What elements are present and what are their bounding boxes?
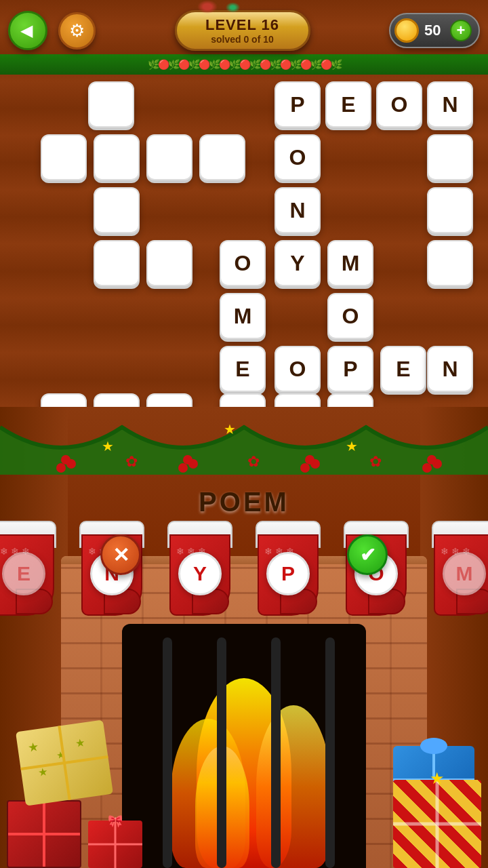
stockings-row: ❄ ❄ ❄ E ❄ ❄ ❄ N ❄ ❄ ❄ [0,521,488,616]
fire-bar-1 [163,637,172,868]
stocking-letter-m: M [443,552,486,595]
gifts-left: ★ ★ ★ ★ 🎀 [0,719,149,868]
stocking-letter-y: Y [178,552,222,595]
flame-right [256,705,331,868]
fire-opening [122,624,366,868]
stocking-e[interactable]: ❄ ❄ ❄ E [0,521,61,616]
svg-text:✿: ✿ [247,453,260,470]
stocking-shape-m: ❄ ❄ ❄ M [427,521,488,616]
cell-r1c1[interactable] [41,134,87,180]
gift-red-big [7,800,81,868]
level-badge: LEVEL 16 solved 0 of 10 [175,10,310,51]
gift-ribbon-h [8,833,80,835]
svg-text:★: ★ [346,439,358,454]
svg-text:✿: ✿ [369,453,382,470]
svg-point-11 [427,455,436,465]
cell-r5c4[interactable]: E [220,346,266,392]
cell-r1c5[interactable]: O [274,134,321,180]
crossword-grid: P E O N O N O Y M M O E O P E N N [41,81,447,400]
gift-rs-ribbon-h [88,844,142,846]
cell-r3c2[interactable] [94,240,140,286]
svg-text:★: ★ [224,422,236,437]
cell-r3c3[interactable] [146,240,192,286]
svg-point-2 [61,455,70,465]
cell-r0c2[interactable] [88,81,134,127]
svg-point-0 [56,463,66,473]
stocking-body-e: ❄ ❄ ❄ E [0,534,54,616]
garland-svg: ★ ★ ★ ✿ ✿ ✿ [0,414,488,475]
level-sub: solved 0 of 10 [196,34,289,45]
stocking-shape-y: ❄ ❄ ❄ Y [163,521,237,616]
level-title: LEVEL 16 [196,16,289,34]
crossword-area: P E O N O N O Y M M O E O P E N N [0,75,488,407]
cell-r3c4[interactable]: O [220,240,266,286]
cell-r5c5[interactable]: O [274,346,321,392]
cell-r2c8[interactable] [427,187,473,233]
coin-bar: 50 + [389,13,480,48]
svg-point-3 [178,463,188,473]
cell-r1c3[interactable] [146,134,192,180]
gifts-right: ★ [339,719,488,868]
cell-r4c4[interactable]: M [220,293,266,339]
cell-r0c5[interactable]: P [274,81,321,127]
cell-r1c8[interactable] [427,134,473,180]
cell-r1c4[interactable] [199,134,245,180]
confirm-button[interactable]: ✔ [347,534,388,575]
coin-count: 50 [424,22,445,39]
gift-star: ★ [430,769,445,788]
gift-striped: ★ [393,780,481,868]
add-coins-button[interactable]: + [450,20,472,41]
cell-r0c8[interactable]: N [427,81,473,127]
cell-r5c8[interactable]: N [427,346,473,392]
back-button[interactable] [8,11,47,50]
stocking-body-p: ❄ ❄ ❄ P [258,534,319,616]
bottom-scene: ★ ★ ★ ✿ ✿ ✿ POEM ✕ ✔ ❄ ❄ ❄ E [0,407,488,868]
svg-point-5 [183,455,192,465]
gear-button[interactable] [58,12,96,50]
gift-b-bow [420,738,447,754]
stocking-letter-p: P [266,552,310,595]
stocking-m[interactable]: ❄ ❄ ❄ M [427,521,488,616]
cell-r3c8[interactable] [427,240,473,286]
word-display: POEM [0,487,488,517]
gift-yellow: ★ ★ ★ ★ [16,719,113,806]
cell-r2c2[interactable] [94,187,140,233]
stocking-p[interactable]: ❄ ❄ ❄ P [251,521,325,616]
cell-r4c6[interactable]: O [327,293,373,339]
fire-bar-3 [271,637,281,868]
svg-text:✿: ✿ [125,453,138,470]
coin-icon [394,18,419,43]
svg-point-9 [422,463,432,473]
cancel-button[interactable]: ✕ [100,534,141,575]
gift-bow: 🎀 [108,814,123,829]
gift-red-small: 🎀 [88,821,142,868]
cell-r1c2[interactable] [94,134,140,180]
top-bar: LEVEL 16 solved 0 of 10 50 + [0,0,488,61]
cell-r5c7[interactable]: E [380,346,426,392]
cell-r2c5[interactable]: N [274,187,321,233]
svg-point-8 [305,455,314,465]
left-buttons [8,11,96,50]
fire-bar-4 [325,637,335,868]
cell-r3c5[interactable]: Y [274,240,321,286]
garland-area: ★ ★ ★ ✿ ✿ ✿ [0,414,488,475]
cell-r0c7[interactable]: O [376,81,422,127]
stocking-shape-e: ❄ ❄ ❄ E [0,521,61,616]
stocking-shape-p: ❄ ❄ ❄ P [251,521,325,616]
fire-bar-2 [217,637,226,868]
cell-r0c6[interactable]: E [325,81,371,127]
stocking-y[interactable]: ❄ ❄ ❄ Y [163,521,237,616]
gift-s-ribbon-h [393,823,481,826]
svg-text:★: ★ [102,439,114,454]
cell-r3c6[interactable]: M [327,240,373,286]
cell-r5c6[interactable]: P [327,346,373,392]
svg-point-6 [300,463,310,473]
stocking-body-m: ❄ ❄ ❄ M [434,534,488,616]
stocking-body-y: ❄ ❄ ❄ Y [169,534,230,616]
stocking-letter-e: E [2,552,45,595]
